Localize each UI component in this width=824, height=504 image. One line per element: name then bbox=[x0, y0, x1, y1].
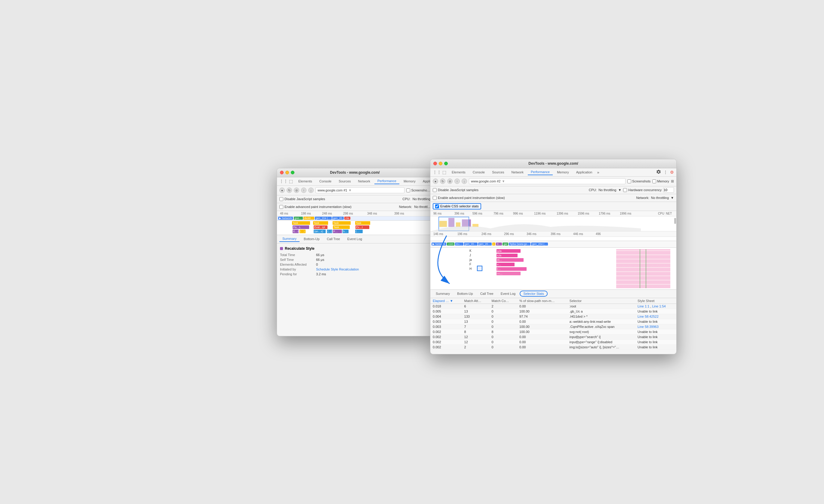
tab-summary-front[interactable]: Summary bbox=[433, 291, 453, 296]
col-selector[interactable]: Selector bbox=[567, 298, 635, 304]
devtools-icon2-back[interactable]: ⬚ bbox=[289, 179, 293, 183]
stop-btn-back[interactable]: ⊘ bbox=[294, 187, 299, 193]
tab-bottom-up-front[interactable]: Bottom-Up bbox=[454, 291, 476, 296]
cpu-right-label: CPU bbox=[658, 212, 664, 215]
record-btn-front[interactable]: ● bbox=[433, 178, 438, 184]
timeline-area-back[interactable]: 48 ms 198 ms 248 ms 298 ms 348 ms 398 ms… bbox=[277, 211, 433, 235]
cell-match-co: 0 bbox=[489, 319, 517, 324]
settings-icon-front[interactable] bbox=[656, 169, 661, 175]
time-ruler-bottom: 146 ms 196 ms 246 ms 296 ms 346 ms 396 m… bbox=[430, 231, 676, 237]
tab-event-log-front[interactable]: Event Log bbox=[498, 291, 519, 296]
flame-area-front[interactable]: K J ja F H gJa sJa m… v… (… —… bbox=[430, 248, 676, 290]
tab-performance-front[interactable]: Performance bbox=[528, 169, 553, 175]
more-options-front[interactable]: ⋮ bbox=[663, 170, 667, 174]
selector-stats-container[interactable]: Elapsed … ▼ Match Att… Match Co… % of sl… bbox=[430, 298, 676, 350]
cell-selector: svg:not(:root) bbox=[567, 329, 635, 334]
tab-event-log-back[interactable]: Event Log bbox=[344, 236, 366, 242]
tab-sources-front[interactable]: Sources bbox=[489, 169, 507, 175]
schedule-style-link[interactable]: Schedule Style Recalculation bbox=[316, 267, 359, 271]
address-bar-back[interactable]: www.google.com #1 ▼ bbox=[315, 187, 405, 193]
memory-checkbox[interactable]: Memory bbox=[652, 179, 669, 183]
refresh-btn-back[interactable]: ↻ bbox=[287, 187, 292, 193]
disable-js-samples-front[interactable]: Disable JavaScript samples bbox=[433, 188, 479, 192]
overview-chart[interactable] bbox=[430, 216, 676, 231]
style-sheet-link[interactable]: Line 58:39963 bbox=[637, 325, 658, 329]
stop-btn-front[interactable]: ⊘ bbox=[447, 178, 452, 184]
selector-stats-table: Elapsed … ▼ Match Att… Match Co… % of sl… bbox=[430, 298, 676, 350]
e-bar: E…t bbox=[293, 230, 299, 233]
cpu-dropdown-icon[interactable]: ▼ bbox=[618, 188, 621, 192]
network-row-back: ▶ Network goo… deskt… gen_204 (… gen_20.… bbox=[277, 216, 433, 221]
tab-summary-back[interactable]: Summary bbox=[279, 236, 300, 242]
memory-icon: ⊞ bbox=[671, 179, 674, 183]
more-tabs-front[interactable]: » bbox=[597, 170, 599, 174]
col-slow-path[interactable]: % of slow-path non-m… bbox=[517, 298, 567, 304]
cell-match-co: 8 bbox=[489, 329, 517, 334]
settings-icon-red[interactable]: ⚙ bbox=[670, 170, 674, 174]
close-button-front[interactable] bbox=[433, 162, 437, 165]
cell-elapsed: 0.004 bbox=[430, 314, 462, 319]
col-match-co[interactable]: Match Co… bbox=[489, 298, 517, 304]
enable-advanced-paint-back[interactable]: Enable advanced paint instrumentation (s… bbox=[279, 205, 351, 209]
style-sheet-link[interactable]: Line 58:42522 bbox=[637, 314, 658, 318]
style-sheet-link[interactable]: Line 1:1 bbox=[637, 304, 649, 308]
maximize-button-front[interactable] bbox=[444, 162, 448, 165]
address-dropdown-front[interactable]: ▼ bbox=[502, 179, 505, 183]
options-bar-back: Disable JavaScript samples CPU: No throt… bbox=[277, 195, 433, 203]
maximize-button-back[interactable] bbox=[291, 171, 294, 174]
disable-js-samples-back[interactable]: Disable JavaScript samples bbox=[279, 197, 325, 201]
enable-advanced-paint-front[interactable]: Enable advanced paint instrumentation (s… bbox=[433, 196, 505, 200]
tab-elements-front[interactable]: Elements bbox=[449, 169, 469, 175]
cell-match-att: 2 bbox=[462, 345, 489, 350]
cell-style-sheet: Unable to link bbox=[635, 329, 676, 334]
devtools-icon-back[interactable]: ⋮⋮ bbox=[279, 179, 288, 183]
upload-btn-front[interactable]: ↑ bbox=[454, 178, 460, 184]
tab-memory-front[interactable]: Memory bbox=[554, 169, 572, 175]
summary-row-pending: Pending for 3.2 ms bbox=[280, 272, 430, 276]
cell-elapsed: 0.003 bbox=[430, 324, 462, 329]
record-btn-back[interactable]: ● bbox=[279, 187, 285, 193]
devtools-window-back: DevTools - www.google.com/ ⋮⋮ ⬚ Elements… bbox=[277, 168, 433, 336]
tick-1596: 1596 ms bbox=[578, 212, 589, 215]
minimize-button-back[interactable] bbox=[285, 171, 289, 174]
close-button-back[interactable] bbox=[280, 171, 284, 174]
col-match-att[interactable]: Match Att… bbox=[462, 298, 489, 304]
tab-application-front[interactable]: Application bbox=[573, 169, 596, 175]
tab-console-back[interactable]: Console bbox=[316, 178, 334, 184]
devtools-icon-front[interactable]: ⋮⋮ bbox=[433, 170, 441, 174]
gja-bar: gJa bbox=[497, 249, 521, 253]
style-sheet-link[interactable]: Line 1:54 bbox=[652, 304, 665, 308]
hardware-concurrency-input[interactable] bbox=[663, 187, 674, 193]
css-selector-input[interactable] bbox=[435, 204, 439, 208]
tab-sources-back[interactable]: Sources bbox=[336, 178, 354, 184]
minimize-button-front[interactable] bbox=[439, 162, 442, 165]
flame-area-back[interactable]: ▶ Network goo… deskt… gen_204 (… gen_20.… bbox=[277, 216, 433, 235]
k-label: K bbox=[470, 249, 472, 252]
refresh-btn-front[interactable]: ↻ bbox=[440, 178, 445, 184]
scrollbar-vertical-overview[interactable] bbox=[674, 216, 676, 231]
network-dropdown-icon[interactable]: ▼ bbox=[671, 196, 674, 200]
screenshot-checkbox-back[interactable]: Screensho… bbox=[406, 188, 430, 193]
tab-selector-stats[interactable]: Selector Stats bbox=[520, 291, 547, 297]
tab-call-tree-front[interactable]: Call Tree bbox=[477, 291, 497, 296]
screenshots-checkbox[interactable]: Screenshots bbox=[627, 179, 650, 183]
download-btn-back[interactable]: ↓ bbox=[308, 187, 314, 193]
tab-elements-back[interactable]: Elements bbox=[295, 178, 315, 184]
tab-network-front[interactable]: Network bbox=[509, 169, 527, 175]
tab-network-back[interactable]: Network bbox=[355, 178, 373, 184]
upload-btn-back[interactable]: ↑ bbox=[301, 187, 306, 193]
tab-console-front[interactable]: Console bbox=[470, 169, 488, 175]
tab-call-tree-back[interactable]: Call Tree bbox=[324, 236, 343, 242]
col-elapsed[interactable]: Elapsed … ▼ bbox=[430, 298, 462, 304]
tab-performance-back[interactable]: Performance bbox=[375, 178, 399, 184]
devtools-icon2-front[interactable]: ⬚ bbox=[442, 170, 446, 174]
download-btn-front[interactable]: ↓ bbox=[461, 178, 467, 184]
address-bar-front[interactable]: www.google.com #2 ▼ bbox=[469, 178, 625, 184]
css-selector-checkbox[interactable]: Enable CSS selector stats bbox=[433, 203, 481, 210]
tab-bottom-up-back[interactable]: Bottom-Up bbox=[301, 236, 323, 242]
tab-memory-back[interactable]: Memory bbox=[401, 178, 419, 184]
timeline-area-front[interactable]: 96 ms 396 ms 596 ms 796 ms 996 ms 1196 m… bbox=[430, 211, 676, 241]
address-dropdown-back[interactable]: ▼ bbox=[348, 188, 351, 192]
col-style-sheet[interactable]: Style Sheet bbox=[635, 298, 676, 304]
scrollbar-thumb-overview[interactable] bbox=[674, 218, 676, 224]
